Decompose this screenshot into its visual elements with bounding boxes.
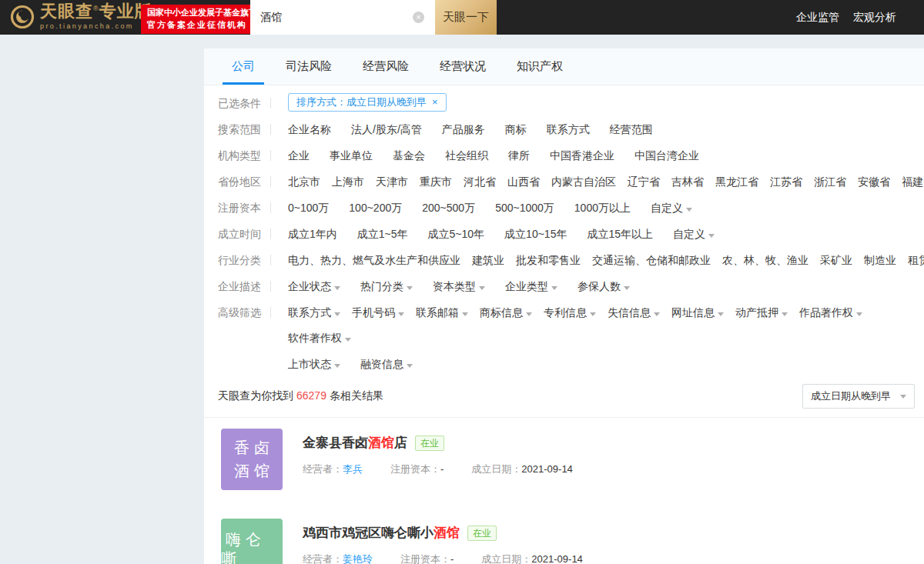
filter-option[interactable]: 交通运输、仓储和邮政业 — [592, 252, 711, 268]
chevron-down-icon — [462, 312, 468, 316]
filter-option[interactable]: 经营范围 — [610, 122, 653, 137]
meta-date: 成立日期：2021-09-14 — [481, 552, 583, 564]
search-input[interactable] — [250, 0, 435, 35]
filter-dropdown[interactable]: 自定义 — [651, 200, 692, 215]
company-title-link[interactable]: 金寨县香卤酒馆店 — [303, 434, 407, 452]
filter-dropdown[interactable]: 手机号码 — [352, 305, 404, 320]
filter-option[interactable]: 成立10~15年 — [504, 226, 567, 242]
title-text: 金寨县香卤 — [303, 436, 368, 450]
filter-option[interactable]: 成立15年以上 — [587, 226, 653, 242]
meta-capital: 注册资本：- — [400, 552, 454, 564]
results-panel: 天眼查为你找到66279条相关结果 成立日期从晚到早 香卤酒馆金寨县香卤酒馆店在… — [204, 375, 924, 564]
filter-option[interactable]: 建筑业 — [472, 252, 504, 268]
filter-row-6: 行业分类电力、热力、燃气及水生产和供应业建筑业批发和零售业交通运输、仓储和邮政业… — [218, 252, 924, 268]
filter-option[interactable]: 律所 — [508, 148, 530, 163]
filter-option[interactable]: 企业 — [288, 148, 310, 163]
filter-options: 北京市上海市天津市重庆市河北省山西省内蒙古自治区辽宁省吉林省黑龙江省江苏省浙江省… — [288, 174, 924, 189]
filter-option[interactable]: 浙江省 — [814, 174, 846, 189]
operator-link[interactable]: 李兵 — [343, 463, 363, 475]
filter-option[interactable]: 农、林、牧、渔业 — [722, 252, 808, 268]
filter-dropdown[interactable]: 联系邮箱 — [416, 305, 468, 320]
meta-value: - — [440, 463, 444, 475]
meta-label: 成立日期： — [471, 463, 521, 475]
filter-option[interactable]: 福建省 — [902, 174, 924, 189]
filter-option[interactable]: 中国台湾企业 — [634, 148, 699, 163]
chevron-down-icon — [334, 364, 340, 368]
filter-option[interactable]: 成立1年内 — [288, 226, 337, 242]
filter-option[interactable]: 江苏省 — [770, 174, 802, 189]
filter-option[interactable]: 批发和零售业 — [516, 252, 581, 268]
tab-2[interactable]: 经营风险 — [353, 48, 418, 85]
filter-dropdown[interactable]: 网址信息 — [671, 305, 724, 320]
filter-option[interactable]: 山西省 — [507, 174, 540, 189]
tab-1[interactable]: 司法风险 — [276, 48, 341, 85]
filter-option[interactable]: 中国香港企业 — [550, 148, 614, 163]
filter-option[interactable]: 河北省 — [464, 174, 496, 189]
filter-option[interactable]: 吉林省 — [671, 174, 704, 189]
filter-dropdown[interactable]: 参保人数 — [578, 279, 630, 294]
brand-domain: pro.tianyancha.com — [40, 22, 152, 30]
filter-option[interactable]: 基金会 — [393, 148, 425, 163]
filter-option[interactable]: 黑龙江省 — [715, 174, 758, 189]
company-title-link[interactable]: 鸡西市鸡冠区嗨仑嘶小酒馆 — [303, 524, 460, 542]
filter-dropdown[interactable]: 企业类型 — [505, 279, 557, 294]
filter-option[interactable]: 1000万以上 — [574, 200, 631, 215]
header-nav-link-1[interactable]: 宏观分析 — [853, 11, 896, 25]
filter-options: 联系方式手机号码联系邮箱商标信息专利信息失信信息网址信息动产抵押作品著作权软件著… — [288, 305, 924, 345]
tab-3[interactable]: 经营状况 — [430, 48, 495, 85]
filter-option[interactable]: 辽宁省 — [628, 174, 660, 189]
chip-remove-icon[interactable]: × — [432, 95, 438, 109]
filter-option[interactable]: 100~200万 — [349, 200, 402, 215]
filter-dropdown[interactable]: 专利信息 — [544, 305, 596, 320]
chevron-down-icon — [654, 312, 660, 316]
filter-option[interactable]: 制造业 — [864, 252, 896, 268]
filter-dropdown[interactable]: 自定义 — [673, 226, 715, 242]
filter-dropdown[interactable]: 上市状态 — [288, 356, 340, 372]
filter-option[interactable]: 上海市 — [332, 174, 364, 189]
filter-row-2: 机构类型企业事业单位基金会社会组织律所中国香港企业中国台湾企业 — [218, 148, 924, 163]
filter-option[interactable]: 企业名称 — [288, 122, 331, 137]
filter-option[interactable]: 产品服务 — [442, 122, 485, 137]
filter-option[interactable]: 500~1000万 — [495, 200, 554, 215]
operator-link[interactable]: 姜艳玲 — [343, 553, 373, 564]
filter-dropdown[interactable]: 热门分类 — [360, 279, 413, 294]
filter-dropdown[interactable]: 商标信息 — [480, 305, 532, 320]
filter-dropdown[interactable]: 动产抵押 — [735, 305, 788, 320]
filter-dropdown[interactable]: 失信信息 — [608, 305, 660, 320]
brand-logo[interactable]: 天眼查®专业版 pro.tianyancha.com — [9, 3, 152, 30]
filter-options: 企业事业单位基金会社会组织律所中国香港企业中国台湾企业 — [288, 148, 699, 163]
tab-4[interactable]: 知识产权 — [507, 48, 572, 85]
chevron-down-icon — [479, 286, 485, 290]
filter-option[interactable]: 0~100万 — [288, 200, 329, 215]
filter-option[interactable]: 电力、热力、燃气及水生产和供应业 — [288, 252, 460, 268]
filter-option[interactable]: 200~500万 — [422, 200, 475, 215]
filter-option[interactable]: 商标 — [505, 122, 527, 137]
filter-option[interactable]: 重庆市 — [420, 174, 452, 189]
search-button[interactable]: 天眼一下 — [435, 0, 497, 35]
filter-dropdown[interactable]: 联系方式 — [288, 305, 340, 320]
filter-row-label: 高级筛选 — [218, 305, 266, 320]
filter-option[interactable]: 法人/股东/高管 — [351, 122, 422, 137]
filter-dropdown[interactable]: 资本类型 — [433, 279, 485, 294]
filter-option[interactable]: 内蒙古自治区 — [551, 174, 616, 189]
sort-dropdown[interactable]: 成立日期从晚到早 — [802, 384, 915, 409]
filter-option[interactable]: 成立5~10年 — [428, 226, 485, 242]
filter-option[interactable]: 租赁和商务服务业 — [908, 252, 924, 268]
filter-dropdown[interactable]: 软件著作权 — [288, 330, 351, 345]
filter-option[interactable]: 成立1~5年 — [357, 226, 408, 242]
filter-option[interactable]: 联系方式 — [547, 122, 590, 137]
filter-option[interactable]: 采矿业 — [820, 252, 852, 268]
filter-option[interactable]: 事业单位 — [330, 148, 373, 163]
filter-option[interactable]: 天津市 — [376, 174, 408, 189]
header-nav-link-0[interactable]: 企业监管 — [796, 11, 839, 25]
filter-option[interactable]: 社会组织 — [445, 148, 488, 163]
tab-0[interactable]: 公司 — [223, 48, 264, 85]
filter-option[interactable]: 安徽省 — [858, 174, 890, 189]
filter-option[interactable]: 北京市 — [288, 174, 320, 189]
filter-dropdown[interactable]: 融资信息 — [360, 356, 413, 372]
filter-dropdown[interactable]: 作品著作权 — [799, 305, 862, 320]
clear-search-icon[interactable]: × — [413, 12, 424, 23]
selected-filter-chip[interactable]: 排序方式：成立日期从晚到早× — [288, 93, 447, 112]
filter-dropdown[interactable]: 企业状态 — [288, 279, 340, 294]
chevron-down-icon — [782, 312, 788, 316]
